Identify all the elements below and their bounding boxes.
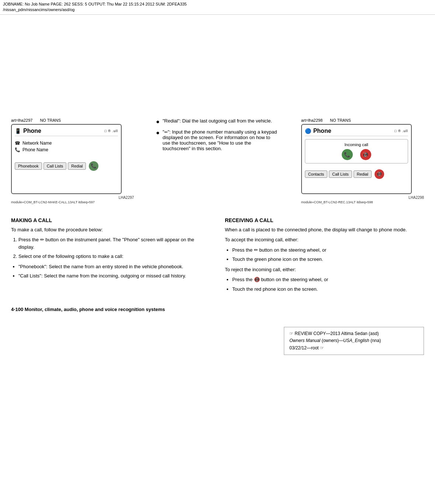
right-phone-title: 🔵 Phone bbox=[305, 128, 331, 134]
accept-call-button[interactable]: 📞 bbox=[342, 149, 353, 160]
bullet-redial-text: "Redial": Dial the last outgoing call fr… bbox=[163, 118, 272, 124]
phonebook-button[interactable]: Phonebook bbox=[15, 162, 42, 170]
left-phone-header: 📱 Phone □ ® .ull bbox=[15, 128, 118, 136]
green-call-button-left[interactable]: 📞 bbox=[89, 161, 98, 171]
review-owners-manual: Owners Manual bbox=[289, 338, 320, 343]
reject-option-2: Touch the red phone icon on the screen. bbox=[232, 286, 424, 293]
receiving-a-call-column: RECEIVING A CALL When a call is placed t… bbox=[225, 211, 424, 296]
phonename-icon: 📞 bbox=[15, 147, 20, 152]
network-icon: ☎ bbox=[15, 141, 20, 146]
accept-heading: To accept the incoming call, either: bbox=[225, 236, 424, 244]
right-phone-header: 🔵 Phone □ ® .ull bbox=[305, 128, 408, 136]
accept-options: Press the ✏ button on the steering wheel… bbox=[232, 246, 424, 263]
accept-option-2: Touch the green phone icon on the screen… bbox=[232, 256, 424, 263]
header-line1: JOBNAME: No Job Name PAGE: 262 SESS: 5 O… bbox=[3, 1, 432, 7]
bottom-columns: MAKING A CALL To make a call, follow the… bbox=[11, 211, 424, 296]
reject-options: Press the 📵 button on the steering wheel… bbox=[232, 276, 424, 293]
phonebook-option: "Phonebook": Select the name from an ent… bbox=[18, 263, 210, 270]
keypad-icon: ✏ bbox=[164, 130, 168, 134]
contacts-button[interactable]: Contacts bbox=[305, 170, 327, 178]
right-phone-screen: 🔵 Phone □ ® .ull Incoming call 📞 📵 bbox=[301, 124, 412, 194]
accept-icon: 📞 bbox=[344, 152, 350, 158]
right-art-label: art=lha2298 NO TRANS bbox=[301, 118, 424, 122]
middle-bullets-section: ● "Redial": Dial the last outgoing call … bbox=[149, 118, 286, 204]
reject-steering-icon: 📵 bbox=[254, 277, 260, 282]
making-a-call-options: "Phonebook": Select the name from an ent… bbox=[18, 263, 210, 280]
phone-button-icon: ✏ bbox=[40, 237, 44, 242]
step-2: Select one of the following options to m… bbox=[18, 253, 210, 260]
bullet-keypad: ● "✏": Input the phone number manually u… bbox=[156, 129, 279, 151]
right-status-icons: □ ® .ull bbox=[394, 129, 408, 133]
reject-icon: 📵 bbox=[362, 152, 369, 158]
bullet-dot-1: ● bbox=[156, 119, 160, 125]
bottom-section: MAKING A CALL To make a call, follow the… bbox=[11, 211, 424, 296]
left-phone-body: ☎ Network Name 📞 Phone Name bbox=[15, 139, 118, 155]
left-status-icons: □ ® .ull bbox=[104, 129, 118, 133]
reject-call-button-incoming[interactable]: 📵 bbox=[360, 149, 371, 160]
bullet-keypad-text: "✏": Input the phone number manually usi… bbox=[163, 129, 279, 151]
header-line2: /nissan_pdm/nissancims/owners/asd/og bbox=[3, 7, 432, 13]
left-module-label: module=COM_BT-LCN2-MAKE-CALL.13ALT itdse… bbox=[11, 200, 134, 204]
phone-name-row: 📞 Phone Name bbox=[15, 147, 118, 152]
review-line3: 03/22/12—root ☞ bbox=[289, 345, 418, 352]
redial-button-right[interactable]: Redial bbox=[354, 170, 372, 178]
incoming-call-label: Incoming call bbox=[308, 142, 405, 147]
reject-heading: To reject the incoming call, either: bbox=[225, 266, 424, 273]
right-phone-buttons: Contacts Call Lists Redial 📵 bbox=[305, 169, 408, 179]
reject-call-icon: 📵 bbox=[376, 171, 382, 177]
left-art-label: art=lha2297 NO TRANS bbox=[11, 118, 134, 122]
reject-call-button[interactable]: 📵 bbox=[375, 169, 384, 179]
phone-icon: 📱 bbox=[15, 128, 21, 134]
phone-icon-right: 🔵 bbox=[305, 128, 311, 134]
making-a-call-intro: To make a call, follow the procedure bel… bbox=[11, 226, 210, 234]
page-number-line: 4-100 Monitor, climate, audio, phone and… bbox=[11, 307, 424, 312]
right-phone-panel: art=lha2298 NO TRANS 🔵 Phone □ ® .ull In… bbox=[301, 118, 424, 204]
making-a-call-column: MAKING A CALL To make a call, follow the… bbox=[11, 211, 210, 296]
call-icon: 📞 bbox=[91, 163, 97, 169]
reject-option-1: Press the 📵 button on the steering wheel… bbox=[232, 276, 424, 283]
step-1: Press the ✏ button on the instrument pan… bbox=[18, 236, 210, 251]
accept-option-1: Press the ✏ button on the steering wheel… bbox=[232, 246, 424, 254]
call-lists-option: "Call Lists": Select the name from the i… bbox=[18, 272, 210, 280]
left-phone-title: 📱 Phone bbox=[15, 128, 41, 134]
call-lists-button-left[interactable]: Call Lists bbox=[44, 162, 67, 170]
making-a-call-steps: Press the ✏ button on the instrument pan… bbox=[18, 236, 210, 260]
review-language: USA_English bbox=[343, 338, 369, 343]
review-line1: ☞ REVIEW COPY—2013 Altima Sedan (asd) bbox=[289, 330, 418, 337]
redial-button-left[interactable]: Redial bbox=[68, 162, 86, 170]
receiving-a-call-heading: RECEIVING A CALL bbox=[225, 217, 424, 223]
receiving-a-call-intro: When a call is placed to the connected p… bbox=[225, 226, 424, 234]
accept-steering-icon: ✏ bbox=[254, 247, 258, 253]
right-module-label: module=COM_BT-LCN2-REC.13ALT itdseq=598 bbox=[301, 200, 424, 204]
network-row: ☎ Network Name bbox=[15, 141, 118, 146]
incoming-call-box: Incoming call 📞 📵 bbox=[305, 139, 408, 163]
header: JOBNAME: No Job Name PAGE: 262 SESS: 5 O… bbox=[0, 0, 435, 15]
review-box: ☞ REVIEW COPY—2013 Altima Sedan (asd) Ow… bbox=[284, 327, 424, 355]
left-lha-label: LHA2297 bbox=[11, 196, 134, 200]
left-phone-buttons: Phonebook Call Lists Redial 📞 bbox=[15, 161, 118, 171]
call-lists-button-right[interactable]: Call Lists bbox=[329, 170, 352, 178]
making-a-call-heading: MAKING A CALL bbox=[11, 217, 210, 223]
right-lha-label: LHA2298 bbox=[301, 196, 424, 200]
review-line2: Owners Manual (owners)—USA_English (nna) bbox=[289, 337, 418, 344]
bullet-dot-2: ● bbox=[156, 130, 160, 136]
call-icons-row: 📞 📵 bbox=[308, 149, 405, 160]
left-phone-screen: 📱 Phone □ ® .ull ☎ Network Name 📞 Phone … bbox=[11, 124, 122, 194]
bullet-redial: ● "Redial": Dial the last outgoing call … bbox=[156, 118, 279, 125]
left-phone-panel: art=lha2297 NO TRANS 📱 Phone □ ® .ull ☎ bbox=[11, 118, 134, 204]
